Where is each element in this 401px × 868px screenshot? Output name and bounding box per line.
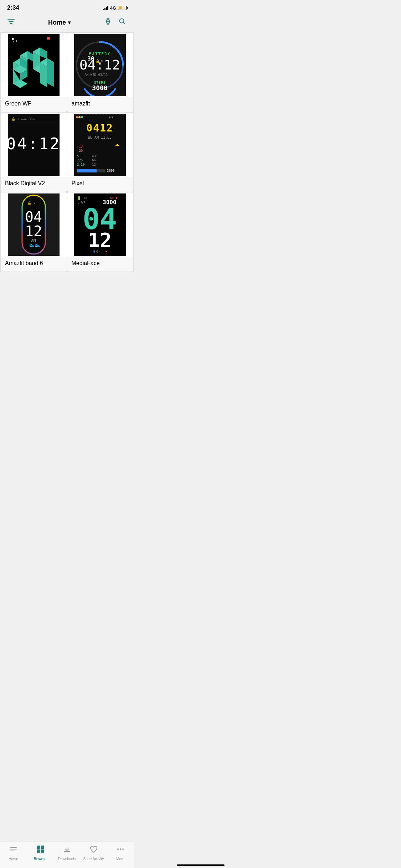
watchface-image-amazfit: 04:12 BATTERY 30 AM WED 03/11 STEPS 3000… [67, 33, 133, 97]
svg-text:51: 51 [77, 154, 81, 158]
svg-rect-49 [88, 114, 88, 115]
svg-rect-41 [76, 114, 77, 115]
watchface-image-mediaface: 🔋 30 66 ♥ ☁ WE 3000 04 12 03:11 [67, 192, 133, 257]
svg-point-92 [81, 116, 83, 118]
svg-rect-72 [120, 114, 121, 115]
svg-rect-58 [101, 114, 101, 115]
svg-text:🔒 ✦  ▪▪▪ 30%: 🔒 ✦ ▪▪▪ 30% [11, 117, 35, 121]
svg-rect-67 [113, 114, 114, 115]
svg-rect-69 [116, 114, 117, 115]
search-icon[interactable] [118, 17, 127, 28]
watchface-grid: Green WF 04:12 BATTERY 30 AM WED 03/11 [0, 32, 134, 272]
watchface-card-pixel[interactable]: dots [67, 113, 133, 192]
status-icons: 4G [103, 5, 127, 11]
svg-rect-38 [11, 123, 56, 123]
svg-text:2.10: 2.10 [77, 163, 85, 166]
watchface-image-pixel: dots [67, 113, 133, 177]
header-title[interactable]: Home ▾ [48, 19, 71, 26]
svg-rect-57 [99, 114, 100, 115]
svg-text:-20: -20 [77, 149, 83, 153]
svg-point-93 [109, 117, 110, 118]
watchface-card-green-wf[interactable]: Green WF [1, 33, 67, 112]
svg-rect-24 [13, 41, 14, 42]
svg-point-91 [78, 116, 81, 118]
svg-point-1 [107, 21, 109, 22]
header-right [104, 17, 127, 28]
watchface-label-pixel: Pixel [67, 177, 133, 192]
svg-rect-63 [108, 114, 108, 115]
page-content: Green WF 04:12 BATTERY 30 AM WED 03/11 [0, 32, 134, 304]
watchface-label-black-digital: Black Digital V2 [1, 177, 67, 192]
svg-rect-61 [105, 114, 106, 115]
svg-rect-65 [110, 114, 111, 115]
svg-rect-54 [95, 114, 96, 115]
watchface-image-black-digital: 🔒 ✦ ▪▪▪ 30% 04:12 [1, 113, 67, 177]
svg-rect-45 [82, 114, 83, 115]
svg-rect-42 [78, 114, 78, 115]
status-bar: 2:34 4G [0, 0, 134, 14]
svg-text:04:12: 04:12 [79, 57, 120, 73]
svg-text:225: 225 [77, 159, 83, 162]
svg-text:43: 43 [92, 154, 96, 158]
watchface-card-mediaface[interactable]: 🔋 30 66 ♥ ☁ WE 3000 04 12 03:11 MediaFac [67, 192, 133, 272]
watchface-label-mediaface: MediaFace [67, 257, 133, 272]
svg-text:☁: ☁ [115, 140, 119, 147]
svg-rect-64 [109, 114, 110, 115]
svg-rect-51 [91, 114, 91, 115]
svg-text:04:12: 04:12 [8, 135, 60, 153]
svg-rect-73 [122, 114, 123, 115]
svg-text:❤️: ❤️ [36, 248, 38, 253]
svg-text:👟: 👟 [29, 242, 35, 247]
svg-text:AM  WED 03/11: AM WED 03/11 [85, 73, 108, 77]
svg-rect-75 [125, 114, 125, 115]
svg-text:🔒 ✦: 🔒 ✦ [27, 201, 35, 205]
svg-text:⚡: ⚡ [31, 248, 34, 253]
watchface-label-amazfit-band: Amazfit band 6 [1, 257, 67, 272]
signal-text: 4G [110, 5, 116, 11]
svg-rect-40 [75, 114, 76, 115]
svg-text:3000: 3000 [107, 169, 115, 172]
filter-icon[interactable] [7, 17, 15, 27]
watchface-card-amazfit[interactable]: 04:12 BATTERY 30 AM WED 03/11 STEPS 3000… [67, 33, 133, 112]
svg-text:12: 12 [88, 229, 112, 252]
svg-point-114 [94, 251, 95, 252]
svg-text:0412: 0412 [87, 122, 113, 134]
header: Home ▾ [0, 14, 134, 32]
svg-text:⚑: ⚑ [101, 59, 103, 63]
svg-text:👟: 👟 [35, 242, 40, 247]
svg-rect-53 [93, 114, 94, 115]
svg-marker-20 [40, 62, 47, 87]
svg-text:🔋 30: 🔋 30 [77, 196, 87, 200]
svg-rect-22 [12, 38, 14, 40]
svg-rect-21 [47, 37, 50, 40]
svg-rect-68 [115, 114, 115, 115]
svg-text:30: 30 [88, 55, 94, 62]
watchface-image-green-wf [1, 33, 67, 97]
watch-icon[interactable] [104, 17, 112, 28]
svg-text:12: 12 [92, 163, 96, 166]
svg-text:66: 66 [92, 159, 96, 162]
signal-bars [103, 6, 108, 10]
svg-rect-50 [89, 114, 90, 115]
svg-text:🔒: 🔒 [96, 59, 100, 63]
svg-rect-74 [123, 114, 124, 115]
svg-text:-13: -13 [77, 145, 83, 148]
svg-point-90 [76, 116, 78, 118]
svg-rect-23 [16, 40, 17, 42]
svg-rect-43 [79, 114, 80, 115]
svg-rect-59 [102, 114, 103, 115]
svg-rect-60 [103, 114, 104, 115]
watchface-card-black-digital[interactable]: 🔒 ✦ ▪▪▪ 30% 04:12 Black Digital V2 [1, 113, 67, 192]
watchface-image-amazfit-band: 🔒 ✦ 04 12 AM 👟 👟 ⚡ ❤️ [1, 192, 67, 257]
watchface-label-green-wf: Green WF [1, 97, 67, 112]
svg-point-94 [112, 117, 113, 118]
svg-rect-70 [118, 114, 118, 115]
svg-rect-48 [86, 114, 87, 115]
svg-rect-44 [81, 114, 81, 115]
svg-rect-88 [77, 169, 97, 172]
battery-icon [118, 6, 127, 10]
svg-point-115 [106, 251, 107, 252]
svg-rect-62 [106, 114, 107, 115]
watchface-card-amazfit-band[interactable]: 🔒 ✦ 04 12 AM 👟 👟 ⚡ ❤️ Amazfit band 6 [1, 192, 67, 272]
svg-rect-46 [83, 114, 84, 115]
